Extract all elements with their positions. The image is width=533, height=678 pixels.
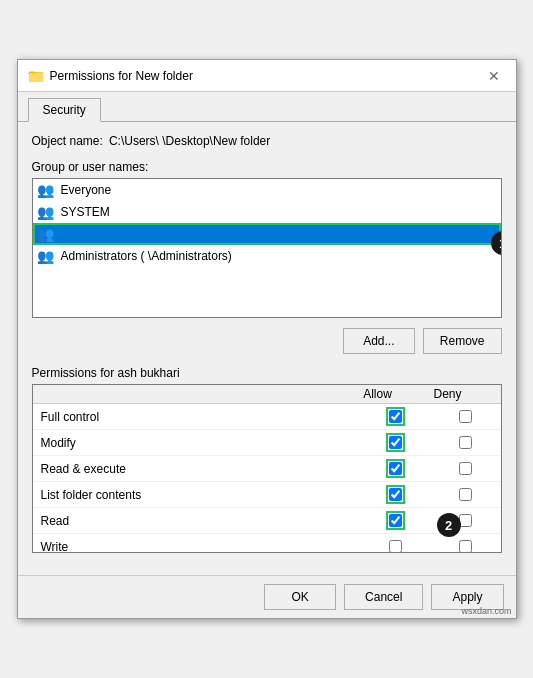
- badge-2: 2: [437, 513, 461, 537]
- svg-rect-1: [29, 73, 43, 82]
- perm-deny-readexecute: [431, 462, 501, 475]
- dialog-content: Object name: C:\Users\ \Desktop\New fold…: [18, 122, 516, 575]
- tab-security[interactable]: Security: [28, 98, 101, 122]
- perm-deny-write: [431, 540, 501, 552]
- object-name-row: Object name: C:\Users\ \Desktop\New fold…: [32, 134, 502, 148]
- perm-row-readexecute: Read & execute: [33, 456, 501, 482]
- permissions-label: Permissions for ash bukhari: [32, 366, 502, 380]
- user-button-row: Add... Remove: [32, 328, 502, 354]
- perm-row-read: Read 2: [33, 508, 501, 534]
- object-name-value: C:\Users\ \Desktop\New folder: [109, 134, 270, 148]
- remove-button[interactable]: Remove: [423, 328, 502, 354]
- add-button[interactable]: Add...: [343, 328, 415, 354]
- watermark: wsxdan.com: [461, 606, 511, 616]
- perm-row-write: Write: [33, 534, 501, 552]
- cancel-button[interactable]: Cancel: [344, 584, 423, 610]
- perm-allow-write: [361, 540, 431, 552]
- checkbox-deny-read[interactable]: [459, 514, 472, 527]
- user-item-system[interactable]: 👥 SYSTEM: [33, 201, 501, 223]
- user-avatar-administrators: 👥: [37, 247, 55, 265]
- perm-row-fullcontrol: Full control: [33, 404, 501, 430]
- user-avatar-everyone: 👥: [37, 181, 55, 199]
- user-list[interactable]: 👥 Everyone 👥 SYSTEM 👥 1 👥 Administ: [32, 178, 502, 318]
- user-name-everyone: Everyone: [61, 183, 112, 197]
- perm-name-readexecute: Read & execute: [33, 460, 361, 478]
- perm-header-scroll: [483, 385, 501, 403]
- user-name-administrators: Administrators ( \Administrators): [61, 249, 232, 263]
- checkbox-allow-listfolder[interactable]: [389, 488, 402, 501]
- user-avatar-ashbukhari: 👥: [37, 225, 55, 243]
- permissions-table: Allow Deny Full control: [32, 384, 502, 553]
- tab-bar: Security: [18, 92, 516, 122]
- perm-deny-modify: [431, 436, 501, 449]
- ok-button[interactable]: OK: [264, 584, 336, 610]
- perm-header-allow: Allow: [343, 385, 413, 403]
- perm-allow-listfolder: [361, 488, 431, 501]
- permissions-body: Full control Modify: [33, 404, 501, 552]
- checkbox-allow-modify[interactable]: [389, 436, 402, 449]
- title-bar-left: Permissions for New folder: [28, 68, 193, 84]
- checkbox-deny-readexecute[interactable]: [459, 462, 472, 475]
- permissions-header: Allow Deny: [33, 385, 501, 404]
- window-title: Permissions for New folder: [50, 69, 193, 83]
- perm-allow-modify: [361, 436, 431, 449]
- perm-row-listfolder: List folder contents: [33, 482, 501, 508]
- folder-icon: [28, 68, 44, 84]
- user-list-container: 👥 Everyone 👥 SYSTEM 👥 1 👥 Administ: [32, 178, 502, 318]
- checkbox-deny-fullcontrol[interactable]: [459, 410, 472, 423]
- perm-allow-read: 2: [361, 514, 431, 527]
- checkbox-allow-write[interactable]: [389, 540, 402, 552]
- perm-deny-listfolder: [431, 488, 501, 501]
- user-item-everyone[interactable]: 👥 Everyone: [33, 179, 501, 201]
- perm-name-listfolder: List folder contents: [33, 486, 361, 504]
- checkbox-allow-readexecute[interactable]: [389, 462, 402, 475]
- permissions-section: Permissions for ash bukhari Allow Deny F…: [32, 366, 502, 553]
- user-item-ashbukhari[interactable]: 👥 1: [33, 223, 501, 245]
- user-avatar-system: 👥: [37, 203, 55, 221]
- perm-deny-fullcontrol: [431, 410, 501, 423]
- checkbox-allow-read[interactable]: [389, 514, 402, 527]
- checkbox-allow-fullcontrol[interactable]: [389, 410, 402, 423]
- user-item-administrators[interactable]: 👥 Administrators ( \Administrators): [33, 245, 501, 267]
- perm-name-fullcontrol: Full control: [33, 408, 361, 426]
- perm-name-write: Write: [33, 538, 361, 553]
- object-name-label: Object name:: [32, 134, 103, 148]
- checkbox-deny-listfolder[interactable]: [459, 488, 472, 501]
- perm-header-deny: Deny: [413, 385, 483, 403]
- checkbox-deny-modify[interactable]: [459, 436, 472, 449]
- svg-rect-2: [28, 73, 29, 74]
- title-bar: Permissions for New folder ✕: [18, 60, 516, 92]
- perm-row-modify: Modify: [33, 430, 501, 456]
- dialog-window: Permissions for New folder ✕ Security Ob…: [17, 59, 517, 619]
- user-name-system: SYSTEM: [61, 205, 110, 219]
- perm-allow-fullcontrol: [361, 410, 431, 423]
- close-button[interactable]: ✕: [482, 66, 506, 86]
- dialog-footer: OK Cancel Apply wsxdan.com: [18, 575, 516, 618]
- perm-allow-readexecute: [361, 462, 431, 475]
- perm-name-read: Read: [33, 512, 361, 530]
- checkbox-deny-write[interactable]: [459, 540, 472, 552]
- group-section-label: Group or user names:: [32, 160, 502, 174]
- perm-header-name: [33, 385, 343, 403]
- perm-name-modify: Modify: [33, 434, 361, 452]
